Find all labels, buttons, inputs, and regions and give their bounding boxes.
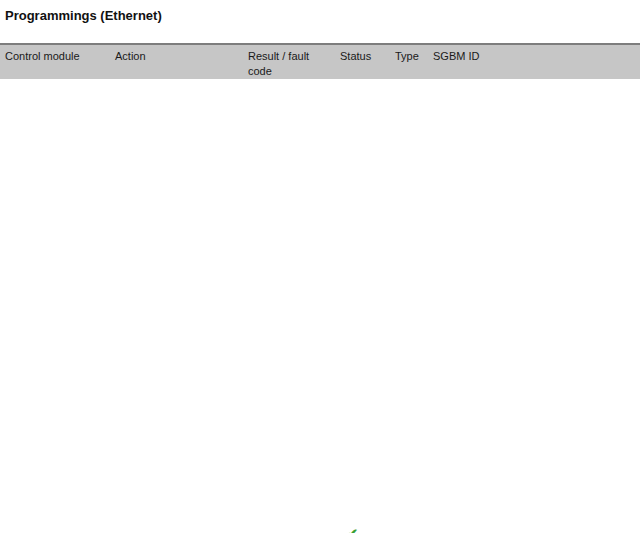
col-header-status: Status bbox=[340, 44, 395, 79]
col-header-sgbm-id: SGBM ID bbox=[433, 44, 640, 79]
table-header-row: Control module Action Result / fault cod… bbox=[0, 44, 640, 79]
col-header-result-fault-code-label: Result / fault code bbox=[248, 49, 312, 79]
partial-next-row-check-icon: ✔ bbox=[347, 526, 358, 533]
programmings-table: Control module Action Result / fault cod… bbox=[0, 43, 640, 79]
programmings-report-page: Programmings (Ethernet) Control module A… bbox=[0, 0, 640, 533]
col-header-result-fault-code: Result / fault code bbox=[248, 44, 340, 79]
col-header-type: Type bbox=[395, 44, 433, 79]
col-header-action: Action bbox=[115, 44, 248, 79]
page-title: Programmings (Ethernet) bbox=[5, 8, 162, 23]
col-header-control-module: Control module bbox=[0, 44, 115, 79]
